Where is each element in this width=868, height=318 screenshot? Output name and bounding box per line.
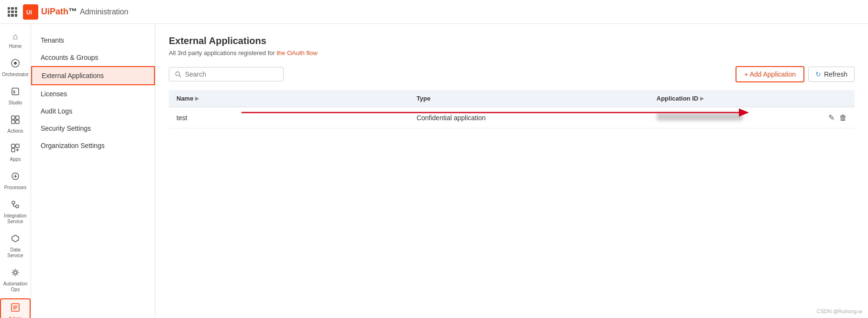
svg-text:$: $ [13, 90, 15, 94]
svg-text:Ui: Ui [26, 9, 32, 16]
top-header: Ui UiPath™ Administration [0, 0, 868, 24]
search-box[interactable] [169, 67, 284, 81]
product-brand: UiPath™ [41, 7, 77, 17]
nav-tenants[interactable]: Tenants [31, 32, 155, 49]
nav-organization-settings[interactable]: Organization Settings [31, 137, 155, 154]
svg-marker-16 [12, 235, 19, 242]
add-application-button[interactable]: + Add Application [736, 66, 804, 82]
svg-point-15 [16, 205, 19, 208]
svg-rect-10 [11, 144, 15, 148]
apps-label: Apps [10, 157, 21, 162]
svg-rect-9 [16, 120, 19, 124]
data-icon [11, 234, 20, 245]
toolbar-right: + Add Application ↻ Refresh [736, 66, 855, 82]
orchestrator-label: Orchestrator [2, 72, 29, 78]
grid-icon[interactable] [8, 7, 17, 17]
cell-name: test [169, 107, 409, 128]
processes-label: Processes [4, 185, 27, 191]
search-icon [175, 71, 181, 78]
sidebar-item-data[interactable]: Data Service [0, 230, 31, 262]
nav-security-settings[interactable]: Security Settings [31, 120, 155, 137]
logo-box: Ui UiPath™ Administration [23, 4, 128, 20]
studio-label: Studio [9, 100, 22, 106]
svg-rect-6 [11, 116, 15, 119]
actions-label: Actions [8, 128, 23, 134]
svg-rect-12 [11, 148, 15, 152]
sidebar-item-actions[interactable]: Actions [0, 112, 31, 138]
automation-label: Automation Ops [2, 281, 29, 293]
svg-point-17 [14, 271, 17, 274]
col-header-actions [820, 90, 855, 107]
table-header-row: Name ▶ Type Application ID ▶ [169, 90, 855, 107]
delete-button[interactable]: 🗑 [839, 114, 847, 122]
integration-label: Integration Service [2, 213, 29, 225]
uipath-logo: Ui [23, 4, 38, 20]
svg-rect-8 [11, 120, 15, 124]
nav-external-applications[interactable]: External Applications [31, 66, 155, 85]
data-label: Data Service [2, 247, 29, 259]
cell-row-actions: ✎ 🗑 [820, 107, 855, 128]
toolbar: + Add Application ↻ Refresh [169, 66, 855, 82]
admin-label: Admin [9, 316, 22, 318]
col-header-type: Type [409, 90, 649, 107]
svg-rect-7 [16, 116, 19, 119]
sidebar-item-automation[interactable]: Automation Ops [0, 264, 31, 296]
col-header-appid[interactable]: Application ID ▶ [649, 90, 821, 107]
svg-point-14 [12, 201, 15, 204]
refresh-icon: ↻ [815, 70, 821, 78]
oauth-link[interactable]: the OAuth flow [276, 49, 317, 57]
actions-icon [11, 115, 20, 126]
sidebar-item-processes[interactable]: Processes [0, 168, 31, 194]
processes-icon [11, 172, 20, 183]
main-content: External Applications All 3rd party appl… [155, 24, 868, 318]
appid-sort-arrow: ▶ [700, 96, 704, 101]
svg-rect-11 [16, 144, 19, 148]
integration-icon [11, 200, 20, 211]
svg-point-3 [14, 62, 17, 65]
search-input[interactable] [185, 70, 277, 78]
product-name: Administration [80, 8, 128, 16]
sidebar-item-integration[interactable]: Integration Service [0, 196, 31, 228]
studio-icon: $ [11, 87, 20, 98]
sidebar-item-home[interactable]: ⌂ Home [0, 28, 31, 53]
cell-appid [649, 107, 821, 128]
main-layout: ⌂ Home Orchestrator $ Studio Actions Ap [0, 24, 868, 318]
app-id-blurred [657, 113, 743, 121]
sidebar-item-apps[interactable]: Apps [0, 140, 31, 166]
page-title: External Applications [169, 35, 855, 46]
col-header-name[interactable]: Name ▶ [169, 90, 409, 107]
home-label: Home [9, 44, 22, 49]
sidebar-item-studio[interactable]: $ Studio [0, 83, 31, 110]
edit-button[interactable]: ✎ [828, 113, 835, 122]
automation-icon [11, 268, 20, 279]
icon-sidebar: ⌂ Home Orchestrator $ Studio Actions Ap [0, 24, 31, 318]
name-sort-arrow: ▶ [195, 96, 199, 101]
refresh-button[interactable]: ↻ Refresh [808, 67, 855, 82]
nav-audit-logs[interactable]: Audit Logs [31, 102, 155, 120]
nav-sidebar: Tenants Accounts & Groups External Appli… [31, 24, 155, 318]
sidebar-item-admin[interactable]: Admin [0, 298, 31, 318]
nav-accounts-groups[interactable]: Accounts & Groups [31, 49, 155, 66]
apps-icon [11, 144, 20, 155]
sidebar-item-orchestrator[interactable]: Orchestrator [0, 55, 31, 81]
page-subtitle: All 3rd party applications registered fo… [169, 49, 855, 57]
home-icon: ⌂ [13, 32, 18, 42]
watermark: CSDN @Ruhong-w [816, 308, 862, 314]
nav-licenses[interactable]: Licenses [31, 85, 155, 102]
table-row: test Confidential application ✎ 🗑 [169, 107, 855, 128]
cell-type: Confidential application [409, 107, 649, 128]
admin-icon [11, 303, 20, 314]
applications-table: Name ▶ Type Application ID ▶ [169, 90, 855, 128]
orchestrator-icon [11, 59, 20, 70]
